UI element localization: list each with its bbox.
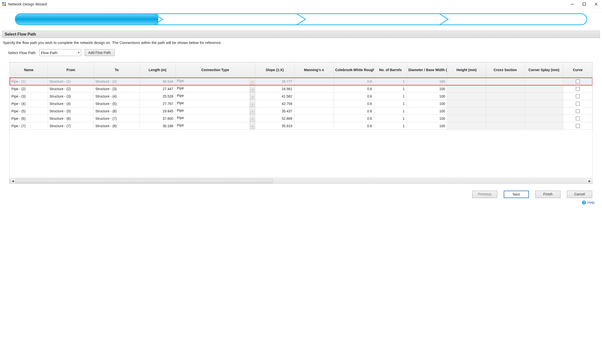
horizontal-scrollbar[interactable]: ◄ ► xyxy=(9,178,593,184)
cell-connection-type[interactable]: Pipe⌄ xyxy=(175,122,255,130)
close-button[interactable] xyxy=(594,2,599,7)
curve-checkbox[interactable] xyxy=(576,102,580,106)
col-colebrook[interactable]: Colebrook-White Roughnes xyxy=(334,62,374,78)
chevron-down-icon[interactable]: ⌄ xyxy=(250,122,255,129)
cell-to[interactable]: Structure - (4) xyxy=(94,93,140,100)
scroll-left-icon[interactable]: ◄ xyxy=(10,179,16,183)
cell-mannings[interactable] xyxy=(294,78,334,85)
cell-slope[interactable]: 35.437 xyxy=(255,107,294,115)
cell-diameter[interactable]: 100 xyxy=(407,93,447,100)
cell-diameter[interactable]: 100 xyxy=(407,100,447,107)
cell-barrels[interactable]: 1 xyxy=(374,115,407,122)
cell-to[interactable]: Structure - (6) xyxy=(94,107,140,115)
cell-connection-type[interactable]: Pipe⌄ xyxy=(175,78,255,85)
cell-curve[interactable] xyxy=(563,93,592,100)
cell-barrels[interactable]: 1 xyxy=(374,78,407,85)
flow-path-select[interactable]: Flow Path ▾ xyxy=(39,49,81,56)
cell-slope[interactable]: 41.582 xyxy=(255,93,294,100)
cell-barrels[interactable]: 1 xyxy=(374,100,407,107)
scroll-right-icon[interactable]: ► xyxy=(587,179,592,183)
curve-checkbox[interactable] xyxy=(576,87,580,91)
col-slope[interactable]: Slope (1:X) xyxy=(255,62,294,78)
cell-height[interactable] xyxy=(447,85,486,93)
table-row[interactable]: Pipe - (4)Structure - (4)Structure - (5)… xyxy=(10,100,592,107)
chevron-down-icon[interactable]: ⌄ xyxy=(250,85,255,92)
cell-corner[interactable] xyxy=(524,107,563,115)
table-row[interactable]: Pipe - (1)Structure - (1)Structure - (2)… xyxy=(10,78,592,85)
col-cross[interactable]: Cross Section xyxy=(486,62,525,78)
cell-corner[interactable] xyxy=(524,115,563,122)
cell-cross[interactable] xyxy=(486,107,525,115)
cell-mannings[interactable] xyxy=(294,85,334,93)
cell-cross[interactable] xyxy=(486,115,525,122)
cell-corner[interactable] xyxy=(524,93,563,100)
cell-length[interactable]: 27.447 xyxy=(140,85,175,93)
cell-name[interactable]: Pipe - (1) xyxy=(10,78,48,85)
cell-connection-type[interactable]: Pipe⌄ xyxy=(175,93,255,100)
cell-to[interactable]: Structure - (2) xyxy=(94,78,140,85)
curve-checkbox[interactable] xyxy=(576,80,580,83)
cell-diameter[interactable]: 100 xyxy=(407,115,447,122)
cell-barrels[interactable]: 1 xyxy=(374,93,407,100)
cell-length[interactable]: 29.845 xyxy=(140,107,175,115)
cell-length[interactable]: 25.528 xyxy=(140,93,175,100)
cell-mannings[interactable] xyxy=(294,100,334,107)
cell-from[interactable]: Structure - (5) xyxy=(48,107,94,115)
help-link[interactable]: Help xyxy=(587,201,595,204)
cell-colebrook[interactable]: 0.6 xyxy=(334,100,374,107)
table-row[interactable]: Pipe - (5)Structure - (5)Structure - (6)… xyxy=(10,107,592,115)
cell-slope[interactable]: 35.919 xyxy=(255,122,294,130)
cell-connection-type[interactable]: Pipe⌄ xyxy=(175,107,255,115)
col-name[interactable]: Name xyxy=(10,62,48,78)
cell-colebrook[interactable]: 0.6 xyxy=(334,85,374,93)
curve-checkbox[interactable] xyxy=(576,124,580,128)
cell-diameter[interactable]: 100 xyxy=(407,85,447,93)
col-corner[interactable]: Corner Splay (mm) xyxy=(524,62,563,78)
cell-curve[interactable] xyxy=(563,85,592,93)
cell-corner[interactable] xyxy=(524,122,563,130)
cell-mannings[interactable] xyxy=(294,122,334,130)
chevron-down-icon[interactable]: ⌄ xyxy=(250,107,255,115)
help-icon[interactable]: ? xyxy=(582,201,586,204)
cell-to[interactable]: Structure - (3) xyxy=(94,85,140,93)
next-button[interactable]: Next xyxy=(504,191,529,198)
cell-slope[interactable]: 52.889 xyxy=(255,115,294,122)
cell-length[interactable]: 27.797 xyxy=(140,100,175,107)
add-flow-path-button[interactable]: Add Flow Path xyxy=(85,49,115,56)
cell-from[interactable]: Structure - (4) xyxy=(48,100,94,107)
cell-barrels[interactable]: 1 xyxy=(374,85,407,93)
cell-name[interactable]: Pipe - (6) xyxy=(10,115,48,122)
cell-cross[interactable] xyxy=(486,122,525,130)
cell-height[interactable] xyxy=(447,78,486,85)
table-row[interactable]: Pipe - (2)Structure - (2)Structure - (3)… xyxy=(10,85,592,93)
cell-barrels[interactable]: 1 xyxy=(374,122,407,130)
curve-checkbox[interactable] xyxy=(576,117,580,121)
cell-slope[interactable]: 42.759 xyxy=(255,100,294,107)
cell-height[interactable] xyxy=(447,107,486,115)
chevron-down-icon[interactable]: ⌄ xyxy=(250,115,255,122)
cell-slope[interactable]: 26.777 xyxy=(255,78,294,85)
cell-diameter[interactable]: 100 xyxy=(407,78,447,85)
col-barrels[interactable]: No. of Barrels xyxy=(374,62,407,78)
cell-name[interactable]: Pipe - (4) xyxy=(10,100,48,107)
cell-diameter[interactable]: 100 xyxy=(407,107,447,115)
cell-diameter[interactable]: 100 xyxy=(407,122,447,130)
cell-mannings[interactable] xyxy=(294,107,334,115)
cell-length[interactable]: 37.600 xyxy=(140,115,175,122)
cell-corner[interactable] xyxy=(524,100,563,107)
curve-checkbox[interactable] xyxy=(576,94,580,98)
table-row[interactable]: Pipe - (6)Structure - (6)Structure - (7)… xyxy=(10,115,592,122)
previous-button[interactable]: Previous xyxy=(472,191,497,198)
chevron-down-icon[interactable]: ⌄ xyxy=(250,100,255,107)
cell-to[interactable]: Structure - (7) xyxy=(94,115,140,122)
cell-name[interactable]: Pipe - (3) xyxy=(10,93,48,100)
col-from[interactable]: From xyxy=(48,62,94,78)
cell-curve[interactable] xyxy=(563,100,592,107)
cell-height[interactable] xyxy=(447,93,486,100)
cell-height[interactable] xyxy=(447,115,486,122)
cell-curve[interactable] xyxy=(563,122,592,130)
cell-from[interactable]: Structure - (2) xyxy=(48,85,94,93)
cell-cross[interactable] xyxy=(486,100,525,107)
curve-checkbox[interactable] xyxy=(576,109,580,113)
cell-to[interactable]: Structure - (8) xyxy=(94,122,140,130)
